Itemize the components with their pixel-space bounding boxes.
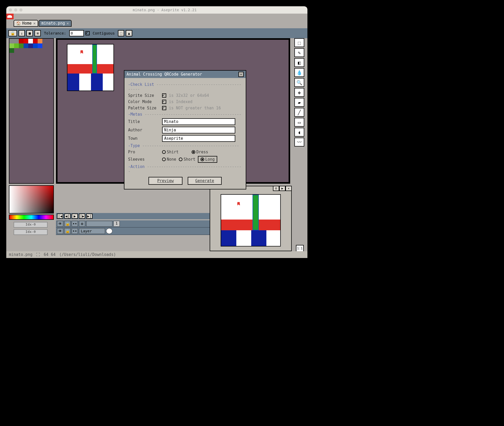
dialog-titlebar[interactable]: Animal Crossing QRCode Generator ✕ (124, 71, 246, 78)
color-picker[interactable] (9, 185, 54, 214)
settings-icon[interactable]: ⚙ (79, 221, 85, 227)
zoom-ratio-button[interactable]: 1:1 (296, 245, 304, 252)
title-input[interactable] (162, 118, 235, 125)
palette-size-label: Palette Size (128, 106, 159, 110)
section-metas: -Metas (128, 112, 242, 117)
rectangle-tool[interactable]: ▭ (294, 118, 304, 127)
preview-button[interactable]: Preview (148, 177, 182, 185)
preview-close-button[interactable]: ✕ (285, 186, 292, 191)
tolerance-input[interactable] (69, 30, 84, 36)
contiguous-checkbox[interactable] (85, 31, 90, 35)
frame-number[interactable]: 1 (113, 221, 120, 227)
generate-button[interactable]: Generate (188, 177, 222, 185)
dropdown-button[interactable]: ↓ (19, 30, 25, 36)
pro-dress-radio[interactable]: Dress (192, 150, 208, 154)
timeline-header: 👁 🔓 •• ⚙ 1 (56, 220, 210, 228)
close-traffic-light[interactable] (9, 8, 12, 12)
next-frame-button[interactable]: |▶ (79, 214, 85, 219)
timeline-controls: |◀ ◀| ▶ |▶ ▶| (56, 213, 210, 219)
lock-button[interactable]: 🔒 (8, 30, 17, 36)
section-checklist: -Check List (128, 82, 242, 92)
link-icon[interactable]: •• (72, 221, 78, 227)
first-frame-button[interactable]: |◀ (57, 214, 63, 219)
tab-bar: 🏠 Home ✕ minato.png ✕ (14, 20, 72, 27)
eyedropper-tool[interactable]: 💧 (294, 68, 304, 77)
town-input[interactable] (162, 135, 235, 142)
layer-row[interactable]: 👁 🔓 •• Layer (56, 228, 210, 235)
mac-titlebar: minato.png - Aseprite v1.2.21 (6, 6, 307, 14)
fg-color-button[interactable]: Idx-0 (14, 222, 48, 228)
crop-icon: ⛶ (36, 252, 40, 257)
tolerance-label: Tolerance: (44, 31, 66, 35)
move-tool[interactable]: ✥ (294, 88, 304, 97)
bg-color-button[interactable]: Idx-0 (14, 229, 48, 235)
blur-tool[interactable]: 〰 (294, 138, 304, 147)
section-action: -Action (128, 164, 242, 174)
toolbox: ⬚ ✎ ◧ 💧 🔍 ✥ ▰ ╱ ▭ ◖ 〰 (294, 38, 305, 147)
preview-window: ⊡ ▶ ✕ 四代目火 (210, 186, 292, 251)
dialog-title: Animal Crossing QRCode Generator (127, 72, 202, 77)
close-tab-icon[interactable]: ✕ (33, 21, 36, 26)
tab-file[interactable]: minato.png ✕ (39, 20, 71, 27)
tab-label: minato.png (41, 21, 65, 26)
eye-icon[interactable]: 👁 (57, 221, 63, 227)
window-title: minato.png - Aseprite v1.2.21 (25, 8, 305, 12)
contiguous-label: Contiguous (93, 31, 115, 35)
prev-frame-button[interactable]: ◀| (64, 214, 71, 219)
eraser-tool[interactable]: ◧ (294, 58, 304, 67)
title-label: Title (128, 119, 159, 124)
status-path: (/Users/liuli/Downloads) (59, 252, 116, 257)
color-mode-label: Color Mode (128, 99, 159, 104)
zoom-tool[interactable]: 🔍 (294, 78, 304, 87)
section-type: -Type (128, 143, 242, 148)
preview-sprite: 四代目火 (221, 194, 281, 246)
preview-center-button[interactable]: ⊡ (273, 186, 279, 191)
app-body: 🏠 Home ✕ minato.png ✕ 🔒 ↓ ■ ≡ Tolerance:… (6, 14, 307, 258)
sprite-size-check (162, 93, 166, 98)
preview-play-button[interactable]: ▶ (279, 186, 285, 191)
qrcode-dialog: Animal Crossing QRCode Generator ✕ -Chec… (124, 70, 246, 189)
opt-btn-1[interactable]: ⬚ (118, 30, 124, 36)
palette-panel[interactable] (9, 38, 54, 184)
cel-icon[interactable] (106, 228, 112, 234)
lock-icon[interactable]: 🔓 (64, 221, 71, 227)
aseprite-logo-icon (6, 14, 14, 19)
pencil-tool[interactable]: ✎ (294, 48, 304, 57)
town-label: Town (128, 136, 159, 141)
sprite-size-label: Sprite Size (128, 93, 159, 98)
sprite-thumbnail: 四代目火 (67, 44, 114, 91)
contour-tool[interactable]: ◖ (294, 128, 304, 137)
zoom-traffic-light[interactable] (19, 8, 22, 12)
play-button[interactable]: ▶ (72, 214, 78, 219)
author-input[interactable] (162, 127, 235, 133)
link-icon[interactable]: •• (72, 228, 78, 234)
home-icon: 🏠 (16, 21, 21, 25)
tab-label: Home (22, 21, 32, 26)
menu-button[interactable]: ≡ (35, 30, 41, 36)
line-tool[interactable]: ╱ (294, 108, 304, 117)
sleeves-long-radio[interactable]: Long (198, 156, 217, 163)
close-tab-icon[interactable]: ✕ (66, 21, 69, 26)
lock-icon[interactable]: 🔓 (64, 228, 71, 234)
app-window: minato.png - Aseprite v1.2.21 🏠 Home ✕ m… (6, 6, 307, 258)
stop-button[interactable]: ■ (26, 30, 33, 36)
status-bar: minato.png ⛶ 64 64 (/Users/liuli/Downloa… (6, 251, 307, 258)
sleeves-none-radio[interactable]: None (162, 157, 176, 162)
last-frame-button[interactable]: ▶| (86, 214, 93, 219)
minimize-traffic-light[interactable] (14, 8, 17, 12)
hue-slider[interactable] (9, 215, 54, 220)
tab-home[interactable]: 🏠 Home ✕ (14, 20, 38, 27)
layer-header-spacer (86, 221, 112, 227)
eye-icon[interactable]: 👁 (57, 228, 63, 234)
pro-shirt-radio[interactable]: Shirt (162, 150, 179, 154)
dialog-close-button[interactable]: ✕ (238, 72, 244, 77)
pro-label: Pro (128, 150, 159, 154)
paint-bucket-tool[interactable]: ▰ (294, 98, 304, 107)
opt-btn-2[interactable]: ▲ (126, 30, 132, 36)
color-mode-value: is Indexed (169, 99, 192, 104)
status-dims: 64 64 (44, 252, 55, 257)
palette-size-value: is NOT greater than 16 (169, 106, 221, 110)
marquee-tool[interactable]: ⬚ (294, 38, 304, 47)
sleeves-short-radio[interactable]: Short (179, 157, 195, 162)
layer-name[interactable]: Layer (79, 228, 105, 234)
